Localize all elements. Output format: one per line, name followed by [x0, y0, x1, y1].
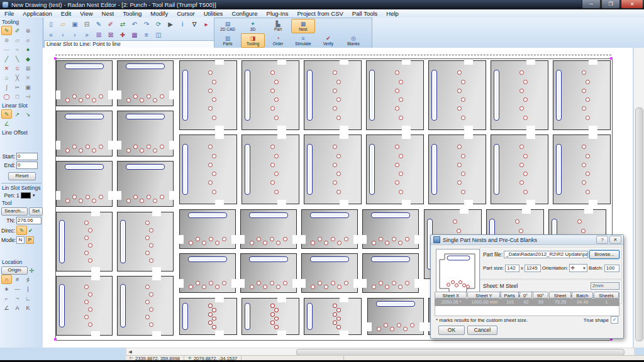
part-size-x-field[interactable]: 142 [505, 265, 519, 272]
mode-button-2d-cad[interactable]: ▤2D CAD [216, 19, 240, 33]
xcross-tool-icon[interactable]: ╳ [12, 73, 23, 82]
mode-button-nest[interactable]: ▦Nest [291, 19, 315, 33]
nested-part[interactable] [179, 134, 237, 204]
menu-application[interactable]: Application [18, 10, 56, 17]
mode-button-order[interactable]: ◔Order [266, 33, 290, 48]
slot-se-icon[interactable]: ↘ [23, 109, 33, 119]
nested-part[interactable] [240, 253, 297, 293]
menu-file[interactable]: File [0, 10, 18, 17]
mode-button-verify[interactable]: ✔Verify [316, 33, 340, 48]
column-header-90-[interactable]: 90° [533, 292, 549, 299]
column-header-0-[interactable]: 0° [519, 292, 532, 299]
nested-part[interactable] [367, 298, 424, 335]
snap-grid-icon[interactable]: # [12, 275, 23, 284]
restore-button[interactable]: ❐ [601, 0, 620, 9]
nested-part[interactable] [117, 111, 174, 156]
nested-part[interactable] [242, 134, 299, 204]
face-tool-icon[interactable]: ☺ [12, 63, 23, 73]
new-icon[interactable]: ▯ [45, 19, 57, 30]
box-tool-icon[interactable]: ⊞ [23, 63, 33, 73]
menu-utilities[interactable]: Utilities [199, 10, 228, 17]
column-header-sheet-y[interactable]: Sheet Y [467, 292, 499, 299]
nested-part[interactable] [362, 253, 419, 293]
pick-icon[interactable]: ▶ [165, 19, 176, 30]
mode-p-toggle[interactable]: P [26, 236, 34, 244]
menu-view[interactable]: View [75, 10, 97, 17]
x2-tool-icon[interactable]: ✕ [23, 73, 33, 82]
mode-button-3d[interactable]: ✦3D [241, 19, 265, 33]
nested-part[interactable] [242, 298, 299, 335]
refresh-icon[interactable]: ⟳ [153, 19, 164, 30]
pen-color-swatch[interactable] [21, 192, 31, 199]
nested-part[interactable] [304, 298, 362, 335]
column-header-batch[interactable]: Batch [572, 292, 593, 299]
snap-corner2-icon[interactable]: ¬ [12, 293, 23, 303]
nested-part[interactable] [301, 209, 358, 249]
nested-part[interactable] [553, 60, 611, 130]
grid-icon[interactable]: ▦ [129, 30, 140, 40]
direction-check-icon[interactable]: ✔ [28, 228, 33, 234]
dialog-help-button[interactable]: ? [596, 236, 608, 244]
menu-tooling[interactable]: Tooling [118, 10, 146, 17]
filter-icon[interactable]: ∇ [189, 19, 200, 30]
linear-slot-icon[interactable]: ✎ [1, 109, 12, 119]
snap-near-icon[interactable]: ∩ [1, 275, 12, 284]
nested-part[interactable] [242, 60, 299, 130]
nested-part[interactable] [179, 209, 236, 249]
redo-icon[interactable]: ↷ [141, 19, 152, 30]
cross-tool-icon[interactable]: ⊗ [1, 35, 12, 45]
nested-part[interactable] [240, 209, 297, 249]
pen-tool-icon[interactable]: ✐ [12, 26, 23, 35]
flag-icon[interactable]: ▸ [201, 19, 212, 30]
column-header-parts[interactable]: Parts [501, 292, 519, 299]
table-icon[interactable]: ⊞ [93, 30, 104, 40]
wave-tool-icon[interactable]: ≈ [12, 45, 23, 54]
nested-part[interactable] [56, 212, 113, 272]
nested-part[interactable] [56, 161, 113, 207]
mode-n-toggle[interactable]: N [16, 236, 25, 244]
menu-nest[interactable]: Nest [97, 10, 119, 17]
menu-help[interactable]: Help [382, 10, 403, 17]
menu-project-from-csv[interactable]: Project from CSV [292, 10, 347, 17]
snap-angle-icon[interactable]: ∠ [1, 303, 12, 312]
column-header-sheet-x[interactable]: Sheet X [435, 292, 467, 299]
menu-configure[interactable]: Configure [227, 10, 262, 17]
nested-part[interactable] [304, 134, 362, 204]
vertical-scrollbar-thumb[interactable] [635, 107, 643, 341]
home-tool-icon[interactable]: ⌂ [1, 73, 12, 82]
undo-icon[interactable]: ↶ [129, 19, 140, 30]
vertical-scrollbar[interactable] [633, 48, 644, 348]
start-input[interactable]: 0 [16, 153, 38, 160]
scroll-left-arrow[interactable]: ◀ [126, 349, 134, 355]
nested-part[interactable] [366, 134, 424, 204]
go-first-icon[interactable]: « [45, 30, 57, 40]
menu-pall-tools[interactable]: Pall Tools [348, 10, 382, 17]
nested-part[interactable] [117, 60, 174, 106]
nested-part[interactable] [179, 298, 237, 335]
table-selected-row[interactable]: 2050.05 *1000.00 mm101425975.2534.491 [435, 299, 619, 306]
nested-part[interactable] [304, 60, 362, 130]
nested-part[interactable] [179, 60, 237, 130]
slot-angle-icon[interactable]: ∠ [1, 119, 12, 128]
menu-plug-ins[interactable]: Plug-Ins [262, 10, 293, 17]
tn-input[interactable]: 276.06 [16, 217, 42, 224]
save-icon[interactable]: ▣ [69, 19, 80, 30]
batch-field[interactable]: 100 [604, 265, 619, 272]
end-input[interactable]: 0 [16, 162, 38, 169]
column-header-sheet[interactable]: Sheet [549, 292, 570, 299]
cancel-button[interactable]: Cancel [467, 326, 497, 335]
print-icon[interactable]: ⊟ [81, 19, 92, 30]
cut-tool-icon[interactable]: ✂ [12, 82, 23, 92]
close-sheet-icon[interactable]: ⊠ [105, 30, 116, 40]
nested-part[interactable] [362, 209, 419, 249]
snap-a-icon[interactable]: A [12, 303, 23, 312]
snap-k-icon[interactable]: K [23, 303, 33, 312]
dot-tool-icon[interactable]: ● [23, 45, 33, 54]
go-prev-icon[interactable]: ‹ [57, 30, 69, 40]
slot-ne-icon[interactable]: ↗ [12, 109, 23, 119]
mode-button-simulate[interactable]: ≡Simulate [291, 33, 315, 48]
go-next-icon[interactable]: › [69, 30, 80, 40]
mode-button-tooling[interactable]: ◨Tooling [241, 33, 265, 48]
info-icon[interactable]: i [177, 19, 188, 30]
mode-button-parts[interactable]: ▥Parts [216, 33, 240, 48]
